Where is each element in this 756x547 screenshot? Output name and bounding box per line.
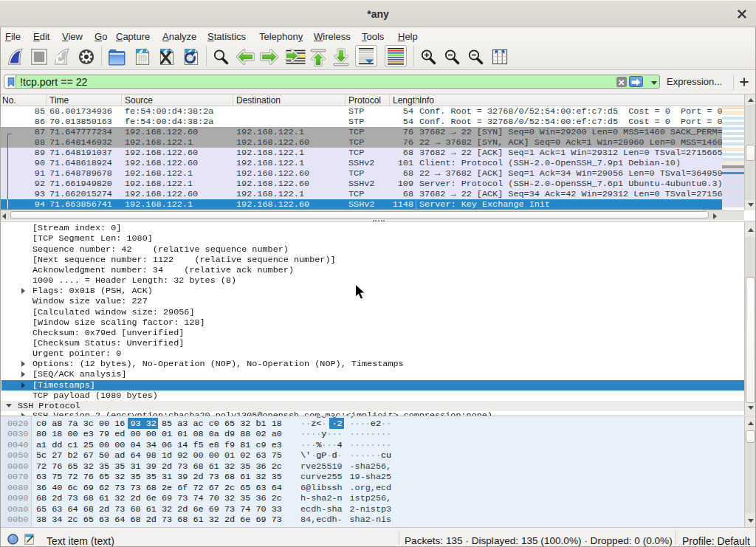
svg-text:0111: 0111 — [138, 62, 147, 66]
